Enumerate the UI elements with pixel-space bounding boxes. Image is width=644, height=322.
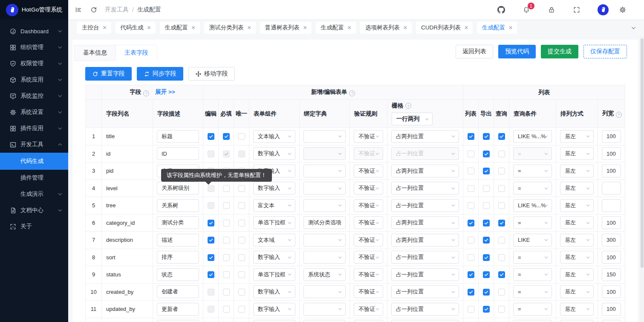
validate-select[interactable]: 不验证 (354, 216, 383, 229)
fullscreen-icon[interactable] (572, 6, 581, 14)
query-checkbox[interactable] (498, 151, 505, 157)
unique-checkbox[interactable] (238, 306, 245, 313)
align-select[interactable]: 居左 (560, 234, 594, 247)
list-checkbox[interactable] (468, 133, 474, 140)
query-checkbox[interactable] (498, 271, 505, 278)
edit-checkbox[interactable] (208, 185, 214, 192)
grid-span-select[interactable]: 一行两列 (392, 113, 433, 125)
field-desc-input[interactable]: 测试分类 (157, 216, 199, 229)
export-checkbox[interactable] (483, 133, 490, 140)
field-desc-input[interactable]: 创建者 (157, 285, 199, 298)
component-select[interactable]: 数字输入 (253, 147, 295, 160)
help-icon[interactable]: ? (616, 112, 622, 118)
component-select[interactable]: 数字输入 (253, 303, 295, 316)
notifications-bell-icon[interactable]: 1 (522, 6, 531, 14)
list-checkbox[interactable] (468, 254, 474, 261)
required-checkbox[interactable] (223, 289, 230, 296)
unique-checkbox[interactable] (238, 151, 245, 157)
lock-screen-icon[interactable] (547, 6, 556, 14)
tab-chip-5[interactable]: 生成配置✕ (316, 22, 356, 34)
align-select[interactable]: 居左 (560, 251, 594, 264)
help-icon[interactable]: ? (143, 90, 149, 96)
card-tab-0[interactable]: 基本信息 (74, 45, 116, 61)
sidebar-item-about[interactable]: 关于 (0, 218, 68, 235)
dict-select[interactable] (303, 285, 346, 298)
validate-select[interactable]: 不验证 (354, 130, 383, 143)
submit-generate-button[interactable]: 提交生成 (541, 45, 578, 58)
validate-select[interactable]: 不验证 (354, 303, 383, 316)
width-input[interactable]: 100 (602, 147, 621, 160)
breadcrumb-parent[interactable]: 开发工具 (105, 6, 129, 14)
tab-chip-0[interactable]: 主控台✕ (77, 22, 111, 34)
edit-checkbox[interactable] (208, 133, 214, 140)
query-cond-select[interactable]: = (513, 216, 552, 229)
align-select[interactable]: 居左 (560, 199, 594, 212)
export-checkbox[interactable] (483, 237, 490, 244)
github-icon[interactable] (497, 6, 505, 14)
preview-code-button[interactable]: 预览代码 (498, 45, 536, 58)
dict-select[interactable]: 测试分类选项 (303, 216, 346, 229)
query-checkbox[interactable] (498, 133, 505, 140)
export-checkbox[interactable] (483, 151, 490, 157)
scrollbar-thumb[interactable] (641, 38, 644, 268)
sidebar-item-dashboard[interactable]: Dashboard (0, 23, 68, 39)
query-checkbox[interactable] (498, 306, 505, 313)
query-cond-select[interactable]: = (513, 303, 552, 316)
export-checkbox[interactable] (483, 306, 490, 313)
align-select[interactable]: 居左 (560, 147, 594, 160)
component-select[interactable]: 富文本 (253, 199, 295, 212)
unique-checkbox[interactable] (238, 185, 245, 192)
validate-select[interactable]: 不验证 (354, 165, 383, 177)
close-icon[interactable]: ✕ (347, 25, 352, 30)
query-cond-select[interactable]: = (513, 268, 552, 281)
unique-checkbox[interactable] (238, 133, 245, 140)
required-checkbox[interactable] (223, 271, 230, 278)
export-checkbox[interactable] (483, 220, 490, 226)
export-checkbox[interactable] (483, 185, 490, 192)
validate-select[interactable] (354, 320, 383, 322)
export-checkbox[interactable] (483, 254, 490, 261)
expand-columns-link[interactable]: 展开 >> (155, 89, 175, 95)
align-select[interactable]: 居左 (560, 216, 594, 229)
collapse-sidebar-icon[interactable] (74, 6, 83, 14)
dict-select[interactable] (303, 303, 346, 316)
query-cond-select[interactable]: = (513, 251, 552, 264)
query-checkbox[interactable] (498, 202, 505, 209)
sidebar-item-plugapp[interactable]: 插件应用 (0, 120, 68, 136)
edit-checkbox[interactable] (208, 202, 214, 209)
list-checkbox[interactable] (468, 271, 474, 278)
align-select[interactable] (560, 320, 594, 322)
grid-select[interactable]: 占两列位置 (391, 130, 459, 143)
user-avatar[interactable] (598, 4, 609, 15)
sidebar-item-docs[interactable]: 文档中心 (0, 202, 68, 218)
field-desc-input[interactable]: 标题 (157, 130, 199, 143)
validate-select[interactable]: 不验证 (354, 234, 383, 247)
query-checkbox[interactable] (498, 185, 505, 192)
sidebar-item-sysapp[interactable]: 系统应用 (0, 72, 68, 88)
align-select[interactable]: 居左 (560, 182, 594, 194)
card-tab-1[interactable]: 主表字段 (116, 45, 157, 61)
list-checkbox[interactable] (468, 237, 474, 244)
unique-checkbox[interactable] (238, 202, 245, 209)
export-checkbox[interactable] (483, 168, 490, 174)
tab-chip-2[interactable]: 生成配置✕ (160, 22, 200, 34)
tab-chip-6[interactable]: 选项树表列表✕ (360, 22, 412, 34)
grid-select[interactable]: 占一列位置 (391, 251, 459, 264)
component-select[interactable]: 单选下拉框 (253, 216, 295, 229)
dict-select[interactable]: 系统状态 (303, 268, 346, 281)
dict-select[interactable] (303, 199, 346, 212)
sidebar-item-gendemo[interactable]: 生成演示 (0, 186, 68, 202)
query-checkbox[interactable] (498, 289, 505, 296)
help-icon[interactable]: ? (349, 90, 355, 96)
required-checkbox[interactable] (223, 202, 230, 209)
unique-checkbox[interactable] (238, 289, 245, 296)
query-cond-select[interactable]: = (513, 285, 552, 298)
validate-select[interactable]: 不验证 (354, 251, 383, 264)
close-icon[interactable]: ✕ (191, 25, 196, 30)
edit-checkbox[interactable] (208, 220, 214, 226)
dict-select[interactable] (303, 320, 346, 322)
align-select[interactable]: 居左 (560, 165, 594, 177)
reset-fields-button[interactable]: 重置字段 (85, 67, 132, 81)
tab-chip-8[interactable]: 生成配置✕ (477, 22, 517, 34)
list-checkbox[interactable] (468, 220, 474, 226)
